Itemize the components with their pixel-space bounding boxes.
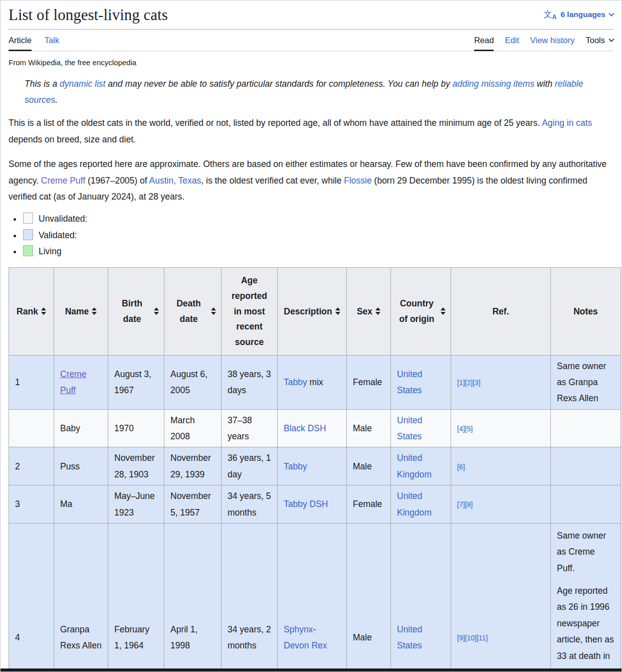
ref-link[interactable]: [7] <box>457 500 465 509</box>
text: November 29, 1939 <box>170 453 211 479</box>
table-row: 4Granpa Rexs AllenFebruary 1, 1964April … <box>9 523 621 672</box>
column-header-description[interactable]: Description <box>278 268 347 355</box>
cell-refs: [7][8] <box>451 485 551 524</box>
ref-link[interactable]: [5] <box>465 425 473 433</box>
cell-birth: February 1, 1964 <box>108 523 164 672</box>
cell-name: Granpa Rexs Allen <box>54 523 108 672</box>
text: Granpa Rexs Allen <box>60 624 102 650</box>
ref-link[interactable]: [2] <box>465 379 473 387</box>
tab-view-history[interactable]: View history <box>530 31 575 50</box>
cell-name: Creme Puff <box>54 355 108 409</box>
text: mix <box>307 377 323 387</box>
text: February 1, 1964 <box>114 624 149 650</box>
languages-button[interactable]: 文A 6 languages <box>543 10 613 20</box>
column-header-rank[interactable]: Rank <box>9 268 54 355</box>
cell-age: 34 years, 2 months <box>222 523 278 672</box>
cell-birth: May–June 1923 <box>108 485 164 524</box>
link[interactable]: Black DSH <box>284 423 326 433</box>
link[interactable]: Austin, Texas <box>149 176 201 186</box>
column-header-label: Country of origin <box>396 296 438 326</box>
cell-rank: 4 <box>9 523 54 672</box>
column-header-label: Ref. <box>492 304 509 319</box>
view-tabs: Read Edit View history Tools <box>474 31 613 50</box>
cell-notes <box>551 409 621 447</box>
cell-death: November 29, 1939 <box>164 447 222 485</box>
cell-death: August 6, 2005 <box>164 355 222 409</box>
cell-name: Baby <box>54 409 108 447</box>
text: Female <box>353 499 382 509</box>
tab-edit[interactable]: Edit <box>505 31 519 50</box>
cell-name: Puss <box>54 447 108 485</box>
ref-link[interactable]: [6] <box>457 463 465 471</box>
note-paragraph: Same owner as Creme Puff. <box>557 528 614 576</box>
column-header-label: Rank <box>17 304 38 319</box>
ref-link[interactable]: [8] <box>465 500 473 509</box>
link[interactable]: adding missing items <box>453 79 534 89</box>
column-header-sex[interactable]: Sex <box>347 268 391 355</box>
table-head: RankNameBirth dateDeath dateAge reported… <box>9 268 621 355</box>
legend-item: Validated: <box>22 227 613 243</box>
cell-refs: [4][5] <box>451 409 551 447</box>
cell-sex: Male <box>347 447 391 485</box>
link[interactable]: Tabby <box>284 377 307 387</box>
link[interactable]: Sphynx <box>284 624 313 634</box>
cell-country: United Kingdom <box>391 485 451 524</box>
sort-icon <box>211 307 216 315</box>
text: Male <box>353 423 372 433</box>
column-header-birth[interactable]: Birth date <box>108 268 164 355</box>
cell-death: March 2008 <box>164 409 222 447</box>
link[interactable]: Tabby DSH <box>284 499 328 509</box>
link[interactable]: Aging in cats <box>542 118 592 128</box>
column-header-label: Birth date <box>113 296 151 326</box>
ref-link[interactable]: [10] <box>465 634 477 642</box>
column-header-label: Death date <box>169 296 208 326</box>
tab-article[interactable]: Article <box>9 31 32 51</box>
table-row: 2PussNovember 28, 1903November 29, 19393… <box>9 447 621 485</box>
link[interactable]: Creme Puff <box>60 369 87 395</box>
tab-talk[interactable]: Talk <box>45 31 59 50</box>
link[interactable]: Flossie <box>344 176 371 186</box>
column-header-death[interactable]: Death date <box>164 268 222 355</box>
link[interactable]: Tabby <box>284 461 307 471</box>
column-header-refs: Ref. <box>451 268 551 355</box>
intro-paragraph-2: Some of the ages reported here are appro… <box>9 156 613 205</box>
link[interactable]: dynamic list <box>60 79 105 89</box>
link[interactable]: Creme Puff <box>41 176 85 186</box>
ref-link[interactable]: [1] <box>457 379 465 387</box>
sort-icon <box>375 307 380 315</box>
text: and may never be able to satisfy particu… <box>105 79 452 89</box>
link[interactable]: United States <box>397 369 423 395</box>
ref-link[interactable]: [9] <box>457 634 465 642</box>
cell-death: April 1, 1998 <box>164 523 222 672</box>
legend-color-swatch <box>23 245 33 256</box>
link[interactable]: Devon Rex <box>284 640 327 650</box>
site-tagline: From Wikipedia, the free encyclopedia <box>9 57 613 68</box>
sort-icon <box>154 307 159 315</box>
column-header-label: Age reported in most recent source <box>227 273 272 350</box>
text: 34 years, 5 months <box>228 491 271 517</box>
ref-link[interactable]: [11] <box>477 634 488 642</box>
legend-color-swatch <box>23 229 33 240</box>
tools-menu-button[interactable]: Tools <box>585 31 613 50</box>
column-header-country[interactable]: Country of origin <box>391 268 451 355</box>
ref-link[interactable]: [3] <box>473 379 481 387</box>
link[interactable]: United Kingdom <box>397 453 432 479</box>
link[interactable]: United Kingdom <box>397 491 432 517</box>
note-paragraph: Age reported as 26 in 1996 newspaper art… <box>557 583 614 672</box>
column-header-label: Description <box>284 304 332 319</box>
text: (1967–2005) of <box>85 176 149 186</box>
tab-read[interactable]: Read <box>474 31 494 51</box>
column-header-name[interactable]: Name <box>54 268 108 355</box>
ref-link[interactable]: [4] <box>457 425 465 433</box>
cell-country: United States <box>391 355 451 409</box>
text: Female <box>353 377 382 387</box>
text: 2 <box>15 461 20 471</box>
cell-description: Sphynx-Devon Rex <box>278 523 347 672</box>
link[interactable]: United States <box>397 415 423 441</box>
cell-country: United States <box>391 523 451 672</box>
link[interactable]: United States <box>397 624 423 650</box>
text: Male <box>353 632 372 642</box>
cats-table: RankNameBirth dateDeath dateAge reported… <box>9 267 621 672</box>
cell-sex: Female <box>347 355 391 409</box>
cell-rank: 3 <box>9 485 54 524</box>
